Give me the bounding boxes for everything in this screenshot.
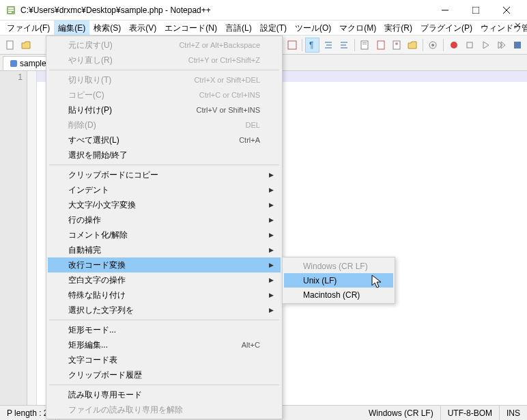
toolbar-separator	[423, 39, 423, 51]
toolbar-separator	[354, 39, 355, 51]
svg-rect-29	[514, 42, 521, 48]
show-symbol-icon[interactable]: ¶	[305, 38, 319, 53]
chevron-right-icon: ▶	[269, 171, 274, 178]
outdent-icon[interactable]	[337, 38, 352, 53]
monitor-icon[interactable]	[426, 38, 440, 53]
eol-windows[interactable]: Windows (CR LF)	[284, 259, 393, 273]
svg-rect-11	[288, 41, 296, 49]
minimize-button[interactable]	[429, 0, 460, 20]
window-title: C:¥Users¥drxmc¥Desktop¥sample.php - Note…	[20, 5, 429, 15]
chevron-right-icon: ▶	[269, 232, 274, 238]
titlebar: C:¥Users¥drxmc¥Desktop¥sample.php - Note…	[0, 0, 527, 20]
menu-case[interactable]: 大文字/小文字変換▶	[48, 197, 281, 212]
eol-submenu: Windows (CR LF) Unix (LF) Macintosh (CR)	[282, 257, 395, 304]
eol-mac[interactable]: Macintosh (CR)	[284, 288, 393, 302]
menu-copy[interactable]: コピー(C)Ctrl+C or Ctrl+INS	[48, 87, 281, 102]
menu-columnmode[interactable]: 矩形モード...	[48, 322, 281, 337]
menu-selectall[interactable]: すべて選択(L)Ctrl+A	[48, 132, 281, 148]
status-insert-mode[interactable]: INS	[500, 406, 527, 420]
folder-icon[interactable]	[405, 38, 420, 53]
menu-paste[interactable]: 貼り付け(P)Ctrl+V or Shift+INS	[48, 102, 281, 117]
svg-rect-5	[472, 7, 479, 14]
menu-separator	[49, 384, 279, 385]
menu-blank[interactable]: 空白文字の操作▶	[48, 272, 281, 288]
svg-rect-1	[8, 8, 14, 9]
svg-point-27	[451, 42, 457, 48]
eol-unix[interactable]: Unix (LF)	[284, 273, 393, 288]
menu-encoding[interactable]: エンコード(N)	[160, 20, 221, 35]
toolbar-icon[interactable]	[285, 38, 299, 53]
menu-autocomplete[interactable]: 自動補完▶	[48, 242, 281, 257]
svg-rect-19	[361, 41, 368, 49]
menu-edit[interactable]: 編集(E)	[54, 20, 89, 35]
chevron-right-icon: ▶	[269, 201, 274, 208]
close-button[interactable]	[491, 0, 522, 20]
menu-separator	[49, 70, 279, 70]
svg-rect-22	[378, 41, 384, 49]
fold-gutter	[27, 71, 37, 405]
maximize-button[interactable]	[460, 0, 491, 20]
menu-cliphistory[interactable]: クリップボード履歴	[48, 367, 281, 382]
svg-text:¶: ¶	[309, 40, 313, 50]
toolbar-separator	[302, 39, 302, 51]
menubar: ファイル(F) 編集(E) 検索(S) 表示(V) エンコード(N) 言語(L)…	[0, 20, 527, 36]
playback-icon[interactable]	[494, 38, 509, 53]
window-controls	[429, 0, 522, 20]
menu-columnedit[interactable]: 矩形編集...Alt+C	[48, 337, 281, 352]
chevron-right-icon: ▶	[269, 307, 274, 313]
menu-search[interactable]: 検索(S)	[89, 20, 125, 35]
menu-close-icon[interactable]: ✕	[514, 20, 522, 31]
save-macro-icon[interactable]	[510, 38, 524, 53]
menu-clipboard[interactable]: クリップボードにコピー▶	[48, 167, 281, 182]
menu-delete[interactable]: 削除(D)DEL	[48, 117, 281, 132]
menu-plugins[interactable]: プラグイン(P)	[416, 20, 476, 35]
function-list-icon[interactable]	[389, 38, 403, 53]
chevron-right-icon: ▶	[269, 247, 274, 253]
doc-map-icon[interactable]	[358, 38, 372, 53]
chevron-right-icon: ▶	[269, 262, 274, 268]
menu-selection[interactable]: 選択した文字列を▶	[48, 303, 281, 318]
chevron-right-icon: ▶	[269, 277, 274, 283]
doc-list-icon[interactable]	[373, 38, 388, 53]
menu-language[interactable]: 言語(L)	[221, 20, 256, 35]
status-eol[interactable]: Windows (CR LF)	[362, 406, 441, 420]
menu-eol[interactable]: 改行コード変換▶	[48, 257, 281, 272]
menu-undo[interactable]: 元に戻す(U)Ctrl+Z or Alt+Backspace	[48, 38, 281, 53]
menu-separator	[49, 165, 279, 165]
indent-icon[interactable]	[321, 38, 335, 53]
menu-beginend[interactable]: 選択を開始/終了	[48, 148, 281, 163]
menu-macro[interactable]: マクロ(M)	[335, 20, 380, 35]
status-encoding[interactable]: UTF-8-BOM	[441, 406, 500, 420]
chevron-right-icon: ▶	[269, 216, 274, 223]
open-file-icon[interactable]	[18, 38, 33, 53]
menu-lineops[interactable]: 行の操作▶	[48, 212, 281, 227]
svg-rect-3	[8, 12, 12, 13]
menu-tools[interactable]: ツール(O)	[291, 20, 335, 35]
menu-comment[interactable]: コメント化/解除▶	[48, 227, 281, 242]
svg-rect-8	[7, 41, 13, 49]
menu-redo[interactable]: やり直し(R)Ctrl+Y or Ctrl+Shift+Z	[48, 53, 281, 68]
tab-label: sample	[20, 59, 46, 68]
menu-pastespecial[interactable]: 特殊な貼り付け▶	[48, 288, 281, 303]
svg-rect-20	[362, 42, 367, 43]
menu-clearreadonly[interactable]: ファイルの読み取り専用を解除	[48, 402, 281, 417]
chevron-right-icon: ▶	[269, 186, 274, 193]
menu-readonly[interactable]: 読み取り専用モード	[48, 387, 281, 402]
stop-icon[interactable]	[462, 38, 476, 53]
menu-file[interactable]: ファイル(F)	[3, 20, 54, 35]
menu-cut[interactable]: 切り取り(T)Ctrl+X or Shift+DEL	[48, 72, 281, 87]
play-icon[interactable]	[478, 38, 492, 53]
toolbar-separator	[443, 39, 444, 51]
edit-dropdown: 元に戻す(U)Ctrl+Z or Alt+Backspace やり直し(R)Ct…	[46, 36, 283, 419]
menu-view[interactable]: 表示(V)	[125, 20, 160, 35]
svg-point-26	[431, 44, 434, 46]
svg-rect-21	[362, 44, 367, 44]
menu-indent[interactable]: インデント▶	[48, 182, 281, 197]
record-icon[interactable]	[446, 38, 461, 53]
line-number: 1	[0, 72, 23, 82]
svg-rect-28	[467, 42, 472, 48]
menu-charpanel[interactable]: 文字コード表	[48, 352, 281, 367]
new-file-icon[interactable]	[3, 38, 17, 53]
menu-run[interactable]: 実行(R)	[380, 20, 416, 35]
menu-settings[interactable]: 設定(T)	[256, 20, 291, 35]
